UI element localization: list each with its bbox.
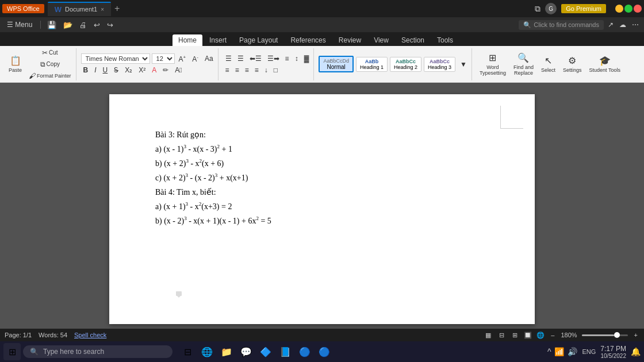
taskbar-search[interactable]: 🔍 Type here to search <box>23 345 172 358</box>
minimize-button[interactable] <box>615 5 623 13</box>
justify-button[interactable]: ≡ <box>252 65 261 75</box>
page-content[interactable]: Bài 3: Rút gọn: a) (x - 1)3 - x(x - 3)2 … <box>155 129 489 228</box>
document-tab[interactable]: W Document1 × <box>48 2 111 16</box>
strikethrough-button[interactable]: S̶ <box>112 66 121 75</box>
bold-button[interactable]: B <box>81 66 91 75</box>
grow-font-button[interactable]: A+ <box>177 54 189 64</box>
font-family-select[interactable]: Times New Roman <box>81 53 150 64</box>
taskbar-app-edge[interactable]: 🔷 <box>258 344 274 360</box>
tab-close-button[interactable]: × <box>101 6 104 13</box>
cloud-icon[interactable]: ☁ <box>618 21 628 29</box>
tab-insert[interactable]: Insert <box>204 34 232 46</box>
zoom-thumb[interactable] <box>614 332 620 338</box>
zoom-slider[interactable] <box>582 334 628 336</box>
options-icon[interactable]: ⋯ <box>630 21 641 29</box>
open-quick-btn[interactable]: 📂 <box>62 21 74 29</box>
paste-button[interactable]: 📋 Paste <box>6 53 25 75</box>
word-typesetting-button[interactable]: ⊞ WordTypesetting <box>477 51 509 78</box>
style-heading1[interactable]: AaBb Heading 1 <box>356 57 388 72</box>
tab-review[interactable]: Review <box>333 34 367 46</box>
share-icon[interactable]: ↗ <box>606 21 615 29</box>
settings-button[interactable]: ⚙ Settings <box>560 53 585 75</box>
taskbar-app-explorer[interactable]: 📁 <box>218 344 235 360</box>
taskbar-app-chat[interactable]: 💬 <box>238 344 254 360</box>
style-heading2[interactable]: AaBbCc Heading 2 <box>390 57 421 72</box>
language-indicator[interactable]: ENG <box>582 348 596 355</box>
numbering-button[interactable]: ☰ <box>235 53 246 64</box>
spell-check[interactable]: Spell check <box>74 332 106 338</box>
superscript-button[interactable]: X² <box>136 66 148 75</box>
italic-button[interactable]: I <box>92 66 98 75</box>
document-page[interactable]: Bài 3: Rút gọn: a) (x - 1)3 - x(x - 3)2 … <box>109 94 535 324</box>
redo-quick-btn[interactable]: ↪ <box>105 21 115 29</box>
word-typesetting-icon: ⊞ <box>489 52 496 63</box>
font-size-select[interactable]: 12 <box>152 53 175 64</box>
view-icon-web[interactable]: 🌐 <box>536 332 545 339</box>
tab-tools[interactable]: Tools <box>431 34 459 46</box>
close-button[interactable] <box>634 5 642 13</box>
tab-references[interactable]: References <box>285 34 331 46</box>
taskbar-app-chrome[interactable]: 🌐 <box>199 344 215 360</box>
avatar[interactable]: G <box>545 3 557 14</box>
notification-icon[interactable]: 🔔 <box>631 347 641 356</box>
taskbar-clock[interactable]: 7:17 PM 10/5/2022 <box>600 345 626 359</box>
view-icon-extra[interactable]: 🔲 <box>524 332 532 339</box>
bullets-button[interactable]: ☰ <box>223 53 234 64</box>
indent-increase-button[interactable]: ☰➡ <box>265 53 282 64</box>
align-center-button[interactable]: ≡ <box>233 65 241 75</box>
more-styles-button[interactable]: ▼ <box>458 59 469 70</box>
zoom-out-button[interactable]: – <box>549 332 556 338</box>
shrink-font-button[interactable]: A- <box>190 54 201 64</box>
font-color-button[interactable]: A <box>150 66 159 75</box>
network-icon[interactable]: 📶 <box>554 347 564 356</box>
copy-icon: ⧉ <box>40 60 45 68</box>
taskbar-app-zoom[interactable]: 🔵 <box>297 344 313 360</box>
taskbar-app-taskview[interactable]: ⊟ <box>179 344 195 360</box>
subscript-button[interactable]: X₂ <box>122 66 135 75</box>
select-button[interactable]: ↖ Select <box>538 53 558 75</box>
font-case-button[interactable]: Aa <box>202 54 216 63</box>
align-left-button[interactable]: ≡ <box>223 65 232 75</box>
multilevel-list-button[interactable]: ≡ <box>283 53 292 64</box>
cut-button[interactable]: ✂ Cut <box>26 48 74 58</box>
format-painter-button[interactable]: 🖌 Format Painter <box>26 71 74 81</box>
line-spacing-button[interactable]: ↕ <box>293 53 301 64</box>
view-normal-button[interactable]: ▦ <box>484 332 493 339</box>
borders-button[interactable]: □ <box>271 65 280 75</box>
print-quick-btn[interactable]: 🖨 <box>78 21 89 29</box>
underline-button[interactable]: U <box>101 66 110 75</box>
zoom-in-button[interactable]: + <box>632 332 639 338</box>
style-normal[interactable]: AaBbCcDd Normal <box>319 56 354 72</box>
shading-button[interactable]: ▓ <box>302 53 312 64</box>
style-heading3[interactable]: AaBbCc Heading 3 <box>424 57 455 72</box>
find-replace-button[interactable]: 🔍 Find andReplace <box>511 51 536 78</box>
align-right-button[interactable]: ≡ <box>243 65 251 75</box>
go-premium-button[interactable]: Go Premium <box>561 4 606 13</box>
wps-office-button[interactable]: WPS Office <box>2 4 44 13</box>
save-quick-btn[interactable]: 💾 <box>45 21 58 29</box>
volume-icon[interactable]: 🔊 <box>568 347 577 356</box>
indent-decrease-button[interactable]: ⬅☰ <box>247 53 264 64</box>
new-tab-button[interactable]: + <box>114 3 120 14</box>
tab-home[interactable]: Home <box>172 34 202 46</box>
start-button[interactable]: ⊞ <box>3 343 21 360</box>
taskbar-app-zoom2[interactable]: 🔵 <box>316 344 332 360</box>
taskbar-search-text: Type here to search <box>43 348 104 356</box>
view-outline-button[interactable]: ⊟ <box>497 332 506 339</box>
tab-section[interactable]: Section <box>396 34 430 46</box>
restore-icon[interactable]: ⧉ <box>535 4 540 14</box>
student-tools-button[interactable]: 🎓 Student Tools <box>586 53 623 75</box>
taskbar-app-teams[interactable]: 📘 <box>277 344 293 360</box>
menu-toggle[interactable]: ☰ Menu <box>3 20 36 30</box>
undo-quick-btn[interactable]: ↩ <box>92 21 102 29</box>
copy-button[interactable]: ⧉ Copy <box>26 59 74 70</box>
tab-view[interactable]: View <box>368 34 394 46</box>
view-reading-button[interactable]: ⊞ <box>511 332 519 339</box>
tab-page-layout[interactable]: Page Layout <box>233 34 283 46</box>
command-search[interactable]: 🔍 Click to find commands <box>519 20 604 30</box>
clear-format-button[interactable]: A⃝ <box>172 66 184 75</box>
highlight-button[interactable]: ✏ <box>160 66 171 75</box>
maximize-button[interactable] <box>624 5 632 13</box>
tray-expand-icon[interactable]: ^ <box>547 347 551 356</box>
more-paragraph-button[interactable]: ↓ <box>262 65 270 75</box>
